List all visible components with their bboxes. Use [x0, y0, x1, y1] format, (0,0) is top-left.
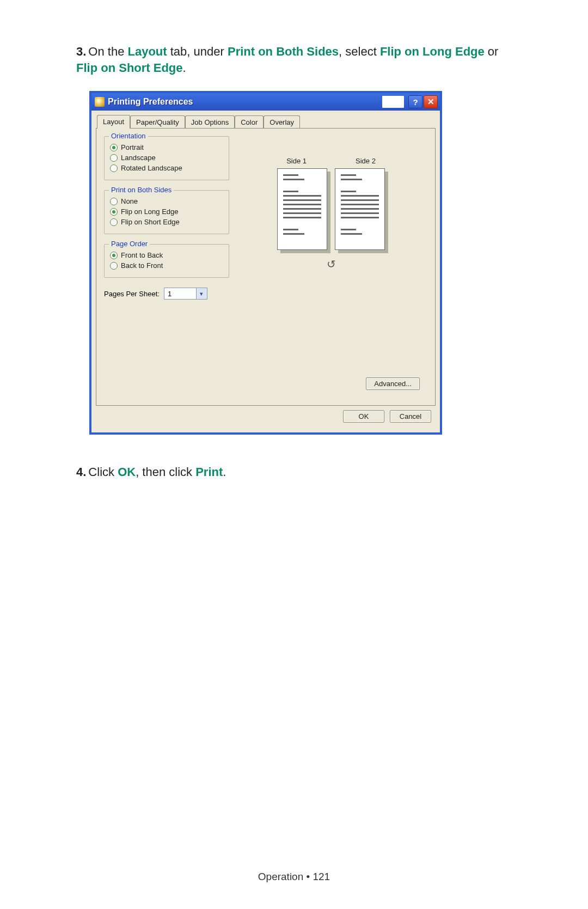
radio-icon [110, 164, 118, 172]
cancel-button[interactable]: Cancel [390, 410, 431, 423]
tabstrip: Layout Paper/Quality Job Options Color O… [97, 113, 436, 128]
radio-portrait[interactable]: Portrait [110, 143, 223, 151]
radio-back-to-front[interactable]: Back to Front [110, 261, 223, 270]
radio-icon [110, 144, 118, 151]
help-button[interactable]: ? [408, 95, 422, 108]
radio-icon [110, 208, 118, 216]
tab-content-layout: Orientation Portrait Landscape [96, 128, 436, 406]
dialog-buttons: OK Cancel [96, 406, 436, 428]
pages-per-sheet-row: Pages Per Sheet: 1 ▾ [104, 288, 229, 300]
step-4-number: 4. [76, 465, 86, 479]
step-3-number: 3. [76, 45, 86, 58]
preview-labels: Side 1 Side 2 [235, 157, 427, 165]
orientation-legend: Orientation [109, 132, 148, 140]
radio-flip-long-edge[interactable]: Flip on Long Edge [110, 208, 223, 216]
duplex-preview [235, 168, 427, 250]
both-sides-legend: Print on Both Sides [109, 186, 174, 194]
group-both-sides: Print on Both Sides None Flip on Long Ed… [104, 190, 229, 234]
printer-icon [95, 97, 105, 107]
tab-overlay[interactable]: Overlay [264, 115, 300, 128]
ok-button[interactable]: OK [343, 410, 384, 423]
step-4-text: 4.Click OK, then click Print. [76, 465, 523, 479]
tab-layout[interactable]: Layout [97, 115, 130, 129]
radio-flip-short-edge[interactable]: Flip on Short Edge [110, 218, 223, 226]
flip-icon: ↺ [235, 258, 427, 271]
pages-per-sheet-select[interactable]: 1 ▾ [164, 288, 207, 300]
preview-side2 [335, 168, 385, 250]
tab-paper-quality[interactable]: Paper/Quality [130, 115, 185, 128]
titlebar: Printing Preferences ? ✕ [91, 93, 440, 111]
radio-icon [110, 198, 118, 205]
chevron-down-icon: ▾ [196, 288, 207, 299]
side1-label: Side 1 [286, 157, 307, 165]
radio-front-to-back[interactable]: Front to Back [110, 251, 223, 259]
radio-rotated-landscape[interactable]: Rotated Landscape [110, 164, 223, 172]
titlebar-spacer [382, 96, 404, 108]
advanced-button[interactable]: Advanced... [366, 377, 420, 390]
group-orientation: Orientation Portrait Landscape [104, 136, 229, 180]
radio-icon [110, 154, 118, 162]
dialog-title: Printing Preferences [108, 97, 382, 107]
radio-icon [110, 218, 118, 226]
radio-icon [110, 252, 118, 259]
page-order-legend: Page Order [109, 240, 150, 248]
step-3-text: 3.On the Layout tab, under Print on Both… [76, 44, 523, 76]
side2-label: Side 2 [356, 157, 376, 165]
tab-color[interactable]: Color [235, 115, 264, 128]
preview-side1 [277, 168, 327, 250]
pages-per-sheet-label: Pages Per Sheet: [104, 290, 160, 298]
group-page-order: Page Order Front to Back Back to Front [104, 244, 229, 278]
radio-icon [110, 262, 118, 270]
radio-none[interactable]: None [110, 197, 223, 205]
close-button[interactable]: ✕ [424, 95, 438, 108]
tab-job-options[interactable]: Job Options [185, 115, 235, 128]
close-icon: ✕ [427, 97, 434, 107]
help-icon: ? [413, 97, 418, 107]
radio-landscape[interactable]: Landscape [110, 154, 223, 162]
page-footer: Operation • 121 [0, 871, 588, 883]
printing-preferences-dialog: Printing Preferences ? ✕ Layout Paper/Qu… [89, 91, 442, 435]
